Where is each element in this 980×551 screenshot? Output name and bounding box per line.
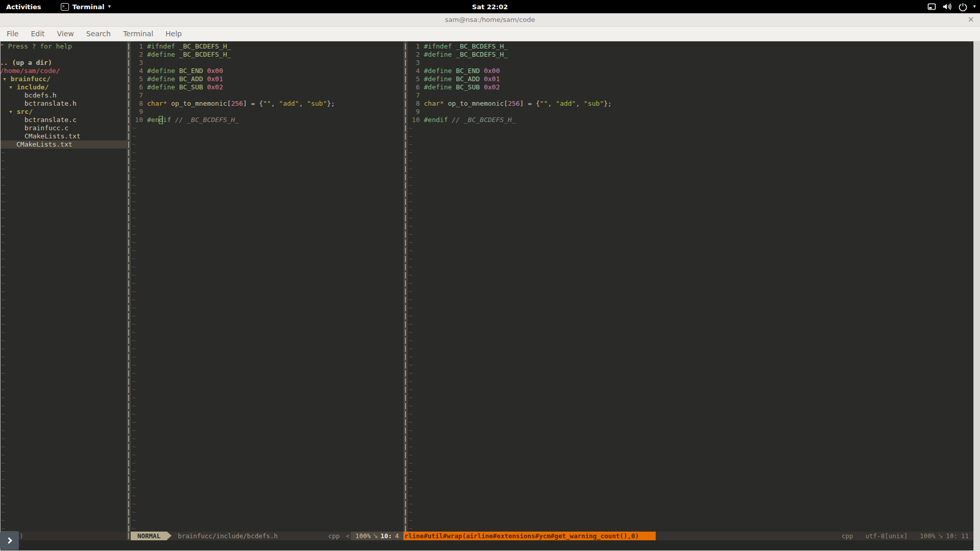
code-line[interactable]: 1#ifndef _BC_BCDEFS_H_ xyxy=(131,42,403,51)
empty-line-tilde: ~ xyxy=(408,271,980,279)
empty-line-tilde: ~ xyxy=(408,157,980,165)
empty-line-tilde: ~ xyxy=(408,320,980,328)
menu-edit[interactable]: Edit xyxy=(29,29,46,39)
line-number: 1 xyxy=(131,42,143,51)
line-number-icon: LN xyxy=(374,533,377,539)
code-line[interactable]: 4#define BC_END 0x00 xyxy=(131,67,403,75)
empty-line-tilde: ~ xyxy=(408,132,980,140)
empty-line-tilde: ~ xyxy=(131,492,403,500)
menu-terminal[interactable]: Terminal xyxy=(122,29,155,39)
empty-line-tilde: ~ xyxy=(131,369,403,377)
statusline-filetype: cpp xyxy=(842,532,853,540)
empty-line-tilde: ~ xyxy=(0,320,127,328)
empty-line-tilde: ~ xyxy=(408,247,980,255)
system-tray[interactable]: ▼ xyxy=(927,0,976,13)
vim-terminal[interactable]: " Press ? for help.. (up a dir)/home/sam… xyxy=(0,41,980,550)
empty-line-tilde: ~ xyxy=(0,435,127,443)
code-line[interactable]: 2#define _BC_BCDEFS_H_ xyxy=(408,51,980,59)
editor-pane-left[interactable]: 1#ifndef _BC_BCDEFS_H_2#define _BC_BCDEF… xyxy=(131,41,403,532)
empty-line-tilde: ~ xyxy=(408,418,980,426)
tree-item-bctranslate.c[interactable]: bctranslate.c xyxy=(0,116,127,124)
tree-item-Pressforhelp[interactable]: " Press ? for help xyxy=(0,42,127,51)
empty-line-tilde: ~ xyxy=(0,516,127,524)
tree-item-..upadir[interactable]: .. (up a dir) xyxy=(0,59,127,67)
corner-overlay[interactable] xyxy=(0,531,19,550)
code-line[interactable]: 3 xyxy=(408,59,980,67)
code-line[interactable]: 10#endif // _BC_BCDEFS_H_ xyxy=(408,116,980,124)
empty-line-tilde: ~ xyxy=(0,402,127,410)
empty-line-tilde: ~ xyxy=(408,394,980,402)
code-line[interactable]: 5#define BC_ADD 0x01 xyxy=(131,75,403,83)
statusline-encoding: utf-8[unix] xyxy=(866,532,908,540)
empty-line-tilde: ~ xyxy=(131,189,403,198)
code-line[interactable]: 4#define BC_END 0x00 xyxy=(408,67,980,75)
empty-line-tilde: ~ xyxy=(0,377,127,386)
code-line[interactable]: 1#ifndef _BC_BCDEFS_H_ xyxy=(408,42,980,51)
chevron-down-icon: ▼ xyxy=(973,5,976,9)
empty-line-tilde: ~ xyxy=(408,337,980,345)
empty-line-tilde: ~ xyxy=(131,304,403,312)
empty-line-tilde: ~ xyxy=(408,435,980,443)
empty-line-tilde: ~ xyxy=(408,238,980,247)
code-line[interactable]: 8char* op_to_mnemonic[256] = {"", "add",… xyxy=(131,100,403,108)
empty-line-tilde: ~ xyxy=(131,165,403,173)
empty-line-tilde: ~ xyxy=(408,328,980,337)
terminal-scrollbar[interactable] xyxy=(973,41,980,550)
tree-item-CMakeLists.txt[interactable]: CMakeLists.txt xyxy=(0,140,127,149)
empty-line-tilde: ~ xyxy=(131,467,403,475)
tree-item-include[interactable]: ▾ include/ xyxy=(0,83,127,91)
empty-line-tilde: ~ xyxy=(131,149,403,157)
menu-search[interactable]: Search xyxy=(85,29,112,39)
editor-pane-right[interactable]: 1#ifndef _BC_BCDEFS_H_2#define _BC_BCDEF… xyxy=(408,41,980,532)
line-number: 4 xyxy=(408,67,420,75)
empty-line-tilde: ~ xyxy=(131,312,403,320)
statusline-filetype: cpp xyxy=(328,532,340,540)
window-separator[interactable]: | | | | | | | | | | | | | | | | | | | | … xyxy=(127,41,131,532)
code-line[interactable]: 9 xyxy=(408,108,980,116)
empty-line-tilde: ~ xyxy=(131,451,403,459)
tree-expand-arrow-icon[interactable]: ▾ xyxy=(3,75,11,83)
empty-line-tilde: ~ xyxy=(131,157,403,165)
code-line[interactable]: 8char* op_to_mnemonic[256] = {"", "add",… xyxy=(408,100,980,108)
code-line[interactable]: 7 xyxy=(131,91,403,100)
empty-line-tilde: ~ xyxy=(408,361,980,369)
window-separator[interactable]: | | | | | | | | | | | | | | | | | | | | … xyxy=(403,41,408,532)
code-line[interactable]: 7 xyxy=(408,91,980,100)
code-line[interactable]: 3 xyxy=(131,59,403,67)
tree-item-bcdefs.h[interactable]: bcdefs.h xyxy=(0,91,127,100)
code-line[interactable]: 6#define BC_SUB 0x02 xyxy=(131,83,403,91)
tree-expand-arrow-icon[interactable]: ▾ xyxy=(9,108,17,115)
tree-item-homesamcode[interactable]: /home/sam/code/ xyxy=(0,67,127,75)
empty-line-tilde: ~ xyxy=(131,386,403,394)
menu-view[interactable]: View xyxy=(56,29,76,39)
tree-item-blank[interactable] xyxy=(0,51,127,59)
empty-line-tilde: ~ xyxy=(408,296,980,304)
code-line[interactable]: 2#define _BC_BCDEFS_H_ xyxy=(131,51,403,59)
code-line[interactable]: 9 xyxy=(131,108,403,116)
empty-line-tilde: ~ xyxy=(408,475,980,484)
menu-help[interactable]: Help xyxy=(164,29,183,39)
code-line[interactable]: 5#define BC_ADD 0x01 xyxy=(408,75,980,83)
tree-item-brainfucc.c[interactable]: brainfucc.c xyxy=(0,124,127,132)
empty-line-tilde: ~ xyxy=(0,508,127,516)
vim-command-line[interactable] xyxy=(0,540,980,549)
nerdtree[interactable]: " Press ? for help.. (up a dir)/home/sam… xyxy=(0,41,127,532)
empty-line-tilde: ~ xyxy=(131,296,403,304)
tree-expand-arrow-icon[interactable]: ▾ xyxy=(9,83,17,91)
empty-line-tilde: ~ xyxy=(408,426,980,435)
close-button[interactable]: × xyxy=(968,14,974,24)
empty-line-tilde: ~ xyxy=(131,353,403,361)
code-line[interactable]: 10#endif // _BC_BCDEFS_H_ xyxy=(131,116,403,124)
terminal-titlebar[interactable]: sam@nsa:/home/sam/code × xyxy=(0,13,980,27)
code-line[interactable]: 6#define BC_SUB 0x02 xyxy=(408,83,980,91)
tree-item-CMakeLists.txt[interactable]: CMakeLists.txt xyxy=(0,132,127,140)
empty-line-tilde: ~ xyxy=(0,345,127,353)
tree-item-src[interactable]: ▾ src/ xyxy=(0,108,127,116)
tree-item-brainfucc[interactable]: ▾ brainfucc/ xyxy=(0,75,127,83)
clock[interactable]: Sat 22:02 xyxy=(0,3,980,11)
empty-line-tilde: ~ xyxy=(131,410,403,418)
empty-line-tilde: ~ xyxy=(408,484,980,492)
empty-line-tilde: ~ xyxy=(408,524,980,532)
tree-item-bctranslate.h[interactable]: bctranslate.h xyxy=(0,100,127,108)
menu-file[interactable]: File xyxy=(5,29,20,39)
